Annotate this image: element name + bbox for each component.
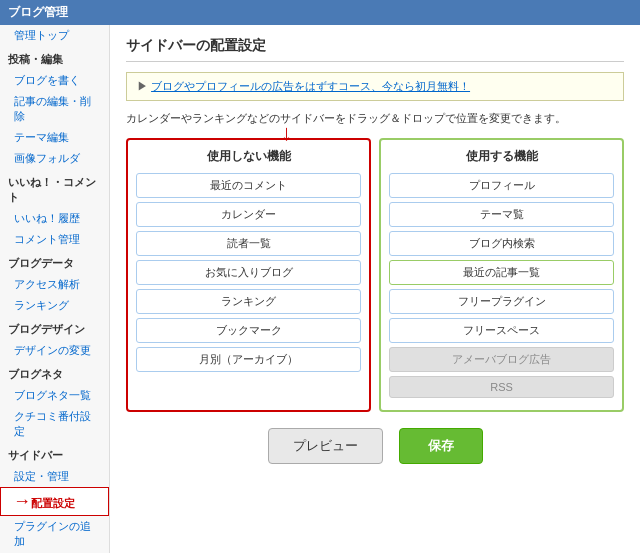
right-feature-button[interactable]: テーマ覧 — [389, 202, 614, 227]
right-panel-title: 使用する機能 — [389, 148, 614, 165]
right-panel: 使用する機能 プロフィールテーマ覧ブログ内検索最近の記事一覧フリープラグインフリ… — [379, 138, 624, 412]
sidebar-item-label: クチコミ番付設定 — [14, 410, 91, 437]
right-feature-button[interactable]: ブログ内検索 — [389, 231, 614, 256]
header-title: ブログ管理 — [8, 5, 68, 19]
sidebar-item: 投稿・編集 — [0, 46, 109, 70]
sidebar-item-label: 配置設定 — [31, 497, 75, 509]
sidebar-item: ブログネタ — [0, 361, 109, 385]
desc-text: カレンダーやランキングなどのサイドバーをドラッグ＆ドロップで位置を変更できます。 — [126, 111, 624, 126]
sidebar-item[interactable]: テーマ編集 — [0, 127, 109, 148]
sidebar-item[interactable]: 記事の編集・削除 — [0, 91, 109, 127]
arrow-down-indicator: ↓ — [281, 120, 292, 146]
save-button[interactable]: 保存 — [399, 428, 483, 464]
page-title: サイドバーの配置設定 — [126, 37, 624, 62]
right-feature-button[interactable]: アメーバブログ広告 — [389, 347, 614, 372]
ad-banner: ▶ ブログやプロフィールの広告をはずすコース、今なら初月無料！ — [126, 72, 624, 101]
sidebar-item-label: ランキング — [14, 299, 69, 311]
sidebar-item-label: いいね！履歴 — [14, 212, 80, 224]
sidebar-item[interactable]: ランキング — [0, 295, 109, 316]
sidebar-item[interactable]: ブログを書く — [0, 70, 109, 91]
app-container: ブログ管理 管理トップ投稿・編集ブログを書く記事の編集・削除テーマ編集画像フォル… — [0, 0, 640, 553]
right-feature-button[interactable]: フリープラグイン — [389, 289, 614, 314]
sidebar-item: ブログデータ — [0, 250, 109, 274]
left-feature-button[interactable]: 月別（アーカイブ） — [136, 347, 361, 372]
left-feature-button[interactable]: 最近のコメント — [136, 173, 361, 198]
sidebar-item[interactable]: デザインの変更 — [0, 340, 109, 361]
sidebar-item[interactable]: → 配置設定 — [0, 487, 109, 516]
panels-wrapper: ↓ 使用しない機能 最近のコメントカレンダー読者一覧お気に入りブログランキングブ… — [126, 138, 624, 412]
left-feature-button[interactable]: カレンダー — [136, 202, 361, 227]
sidebar-item-label: プラグインの追加 — [14, 520, 91, 547]
right-feature-button[interactable]: フリースペース — [389, 318, 614, 343]
sidebar-item-label: 画像フォルダ — [14, 152, 80, 164]
panels-container: 使用しない機能 最近のコメントカレンダー読者一覧お気に入りブログランキングブック… — [126, 138, 624, 412]
sidebar-item: いいね！・コメント — [0, 169, 109, 208]
ad-link[interactable]: ブログやプロフィールの広告をはずすコース、今なら初月無料！ — [151, 80, 470, 92]
sidebar-item: サイドバー — [0, 442, 109, 466]
left-feature-button[interactable]: 読者一覧 — [136, 231, 361, 256]
sidebar-item-label: ブログを書く — [14, 74, 80, 86]
right-feature-button[interactable]: 最近の記事一覧 — [389, 260, 614, 285]
left-feature-button[interactable]: ブックマーク — [136, 318, 361, 343]
main-layout: 管理トップ投稿・編集ブログを書く記事の編集・削除テーマ編集画像フォルダいいね！・… — [0, 25, 640, 553]
sidebar-item-label: コメント管理 — [14, 233, 80, 245]
sidebar-item-label: ブログネタ一覧 — [14, 389, 91, 401]
sidebar-item-label: 記事の編集・削除 — [14, 95, 91, 122]
page-header: ブログ管理 — [0, 0, 640, 25]
left-panel-title: 使用しない機能 — [136, 148, 361, 165]
sidebar-item-label: 設定・管理 — [14, 470, 69, 482]
left-feature-button[interactable]: ランキング — [136, 289, 361, 314]
content-area: サイドバーの配置設定 ▶ ブログやプロフィールの広告をはずすコース、今なら初月無… — [110, 25, 640, 553]
left-panel: 使用しない機能 最近のコメントカレンダー読者一覧お気に入りブログランキングブック… — [126, 138, 371, 412]
sidebar-item: ブログデザイン — [0, 316, 109, 340]
left-feature-button[interactable]: お気に入りブログ — [136, 260, 361, 285]
sidebar-item[interactable]: コメント管理 — [0, 229, 109, 250]
sidebar-item[interactable]: プラグインの追加 — [0, 516, 109, 552]
sidebar-item[interactable]: 画像フォルダ — [0, 148, 109, 169]
sidebar-item[interactable]: ブログネタ一覧 — [0, 385, 109, 406]
sidebar: 管理トップ投稿・編集ブログを書く記事の編集・削除テーマ編集画像フォルダいいね！・… — [0, 25, 110, 553]
sidebar-active-arrow: → — [13, 491, 31, 512]
buttons-row: プレビュー 保存 — [126, 428, 624, 464]
right-feature-button[interactable]: プロフィール — [389, 173, 614, 198]
sidebar-item[interactable]: 管理トップ — [0, 25, 109, 46]
sidebar-item[interactable]: アクセス解析 — [0, 274, 109, 295]
sidebar-item[interactable]: いいね！履歴 — [0, 208, 109, 229]
preview-button[interactable]: プレビュー — [268, 428, 383, 464]
sidebar-item-label: テーマ編集 — [14, 131, 69, 143]
sidebar-item[interactable]: 設定・管理 — [0, 466, 109, 487]
right-feature-button[interactable]: RSS — [389, 376, 614, 398]
sidebar-item[interactable]: クチコミ番付設定 — [0, 406, 109, 442]
sidebar-item-label: 管理トップ — [14, 29, 69, 41]
sidebar-item-label: アクセス解析 — [14, 278, 80, 290]
sidebar-item-label: デザインの変更 — [14, 344, 91, 356]
